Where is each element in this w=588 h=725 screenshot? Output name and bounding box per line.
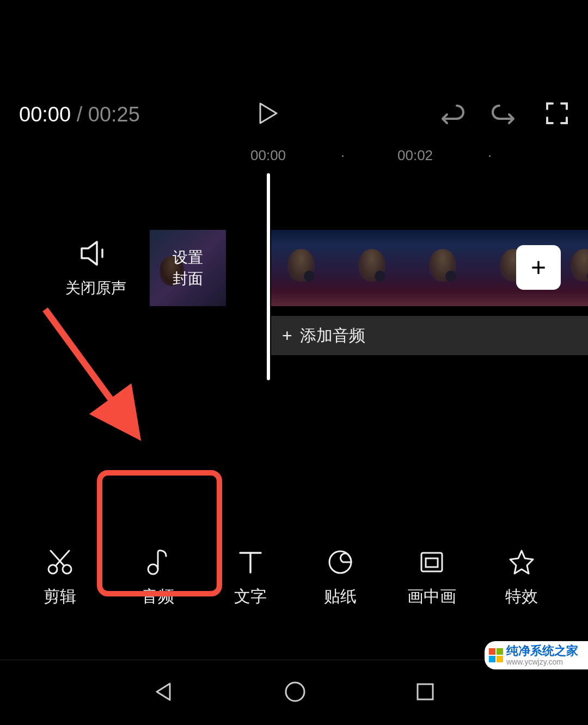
watermark-url: www.ycwjzy.com (506, 658, 578, 666)
video-frame (271, 230, 342, 306)
set-cover-button[interactable]: 设置 封面 (150, 230, 226, 306)
play-button[interactable] (256, 101, 280, 127)
tool-audio[interactable]: 音频 (142, 549, 174, 608)
right-controls (438, 100, 569, 129)
ruler-dot: · (488, 147, 492, 164)
plus-icon: + (531, 254, 546, 281)
windows-icon (489, 648, 503, 662)
cover-label-line1: 设置 (173, 247, 203, 268)
tool-label: 文字 (234, 586, 267, 608)
playhead[interactable] (267, 173, 270, 380)
picture-in-picture-icon (418, 549, 445, 576)
tool-text[interactable]: 文字 (234, 549, 267, 608)
undo-button[interactable] (438, 100, 464, 129)
nav-recent-button[interactable] (415, 681, 436, 704)
ruler-dot: · (341, 147, 345, 164)
watermark: 纯净系统之家 www.ycwjzy.com (485, 641, 588, 669)
timeline-ruler: 00:00 · 00:02 · (0, 147, 588, 163)
video-frame (413, 230, 483, 306)
video-frame (342, 230, 413, 306)
tool-pip[interactable]: 画中画 (407, 549, 456, 608)
speaker-icon (79, 240, 112, 267)
tool-sticker[interactable]: 贴纸 (324, 549, 357, 608)
arrow-annotation (35, 300, 177, 463)
time-display: 00:00 / 00:25 (19, 103, 140, 126)
add-clip-button[interactable]: + (516, 245, 561, 290)
total-time: 00:25 (88, 103, 140, 126)
music-note-icon (144, 549, 171, 576)
bottom-toolbar: 剪辑 音频 文字 贴纸 画中画 特效 (0, 540, 588, 616)
add-audio-button[interactable]: + 添加音频 (271, 316, 588, 355)
svg-line-2 (45, 309, 133, 430)
sticker-icon (327, 549, 354, 576)
current-time: 00:00 (19, 103, 71, 126)
fullscreen-button[interactable] (545, 101, 569, 127)
scissors-icon (46, 549, 74, 576)
mute-original-button[interactable]: 关闭原声 (65, 240, 126, 298)
redo-button[interactable] (492, 100, 518, 129)
ruler-tick: 00:02 (397, 147, 433, 164)
svg-rect-12 (426, 558, 438, 567)
nav-back-button[interactable] (152, 680, 175, 705)
android-nav-bar (0, 660, 588, 725)
cover-label-line2: 封面 (173, 268, 203, 289)
mute-original-label: 关闭原声 (65, 278, 126, 298)
svg-point-13 (286, 683, 304, 701)
tool-effects[interactable]: 特效 (505, 549, 538, 608)
svg-rect-11 (421, 553, 442, 571)
ruler-tick: 00:00 (250, 147, 286, 164)
nav-home-button[interactable] (284, 680, 307, 705)
tool-label: 贴纸 (324, 586, 357, 608)
tool-label: 特效 (505, 586, 538, 608)
tool-label: 剪辑 (44, 586, 76, 608)
time-separator: / (71, 103, 88, 126)
watermark-text: 纯净系统之家 (506, 644, 578, 657)
text-icon (237, 549, 264, 576)
plus-icon: + (282, 326, 292, 346)
player-controls-bar: 00:00 / 00:25 (0, 98, 588, 131)
svg-point-7 (148, 564, 158, 574)
star-icon (508, 549, 535, 576)
tool-label: 画中画 (407, 586, 456, 608)
tool-label: 音频 (142, 586, 174, 608)
tool-edit[interactable]: 剪辑 (44, 549, 76, 608)
svg-rect-14 (418, 684, 433, 699)
add-audio-label: 添加音频 (300, 325, 365, 347)
